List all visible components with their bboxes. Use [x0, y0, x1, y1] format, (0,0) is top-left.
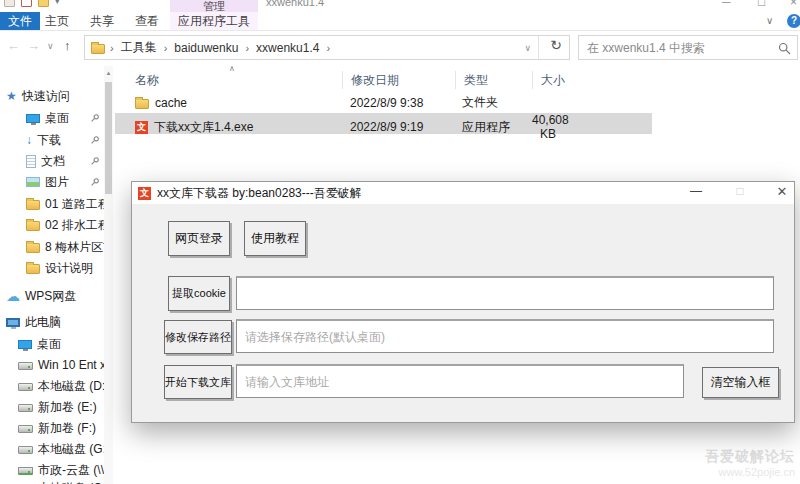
search-icon[interactable]	[778, 42, 791, 55]
folder-icon	[26, 200, 40, 210]
scroll-up-icon[interactable]: ▴	[104, 69, 113, 77]
column-header-size[interactable]: 大小	[532, 71, 652, 89]
tab-home[interactable]: 主页	[38, 12, 76, 30]
breadcrumb-item[interactable]: baiduwenku	[172, 41, 240, 55]
column-header-date[interactable]: 修改日期	[342, 71, 455, 89]
breadcrumb-item[interactable]: xxwenku1.4	[254, 41, 321, 55]
window-maximize-button[interactable]: □	[758, 0, 765, 9]
refresh-icon[interactable]: ↻	[550, 37, 562, 53]
tab-view[interactable]: 查看	[128, 12, 166, 30]
breadcrumb-folder-icon	[91, 44, 105, 54]
sidebar-item-folder[interactable]: 02 排水工程	[0, 215, 104, 235]
qat-folder-icon[interactable]	[38, 0, 49, 7]
qat-new-folder-icon[interactable]	[21, 0, 32, 7]
sidebar-item-network-drive[interactable]: 市政-云盘 (\\192	[0, 460, 104, 480]
sidebar-item-this-pc[interactable]: 此电脑	[0, 312, 104, 332]
sidebar-item-drive-partial[interactable]: 本地磁盘 (C:)	[0, 478, 104, 484]
dialog-close-button[interactable]: ✕	[770, 184, 794, 199]
address-separator	[538, 36, 539, 59]
ribbon-collapse-icon[interactable]: ∨	[766, 15, 773, 26]
explorer-titlebar: ▾ 管理 xxwenku1.4 ─ □ ×	[0, 0, 800, 12]
sidebar-label: 新加卷 (E:)	[38, 399, 97, 416]
dialog-titlebar[interactable]: 文 xx文库下载器 by:bean0283---吾爱破解 — □ ✕	[132, 182, 794, 204]
search-box	[578, 35, 798, 60]
column-header-type[interactable]: 类型	[455, 71, 532, 89]
sort-ascending-icon: ∧	[229, 64, 235, 73]
drive-icon	[18, 362, 33, 370]
sidebar-item-desktop[interactable]: 桌面	[0, 334, 104, 354]
sidebar-item-folder[interactable]: 8 梅林片区市政	[0, 237, 104, 257]
sidebar-label: 新加卷 (F:)	[38, 420, 96, 437]
sidebar-label: 8 梅林片区市政	[45, 239, 104, 256]
sidebar-label: 本地磁盘 (C:)	[38, 480, 104, 484]
computer-icon	[6, 318, 20, 327]
tab-application-tools[interactable]: 应用程序工具	[170, 12, 258, 30]
file-row-exe[interactable]: 文 下载xx文库1.4.exe 2022/8/9 9:19 应用程序 40,60…	[115, 113, 652, 134]
sidebar-label: 市政-云盘 (\\192	[38, 462, 104, 479]
pin-icon	[90, 113, 100, 123]
clear-input-button[interactable]: 清空输入框	[702, 367, 779, 398]
wenku-exe-icon: 文	[135, 121, 148, 134]
sidebar-item-pictures[interactable]: 图片	[0, 172, 104, 192]
sidebar-item-desktop[interactable]: 桌面	[0, 108, 104, 128]
file-list-header: 名称 修改日期 类型 大小	[115, 68, 652, 92]
modify-save-path-button[interactable]: 修改保存路径	[164, 320, 232, 354]
folder-icon	[26, 221, 40, 231]
scrollbar-thumb[interactable]	[105, 82, 112, 194]
back-button[interactable]: ←	[7, 38, 20, 53]
sidebar-item-drive-e[interactable]: 新加卷 (E:)	[0, 397, 104, 417]
search-input[interactable]	[579, 36, 769, 59]
sidebar-label: 下载	[37, 132, 61, 149]
sidebar-label: 本地磁盘 (G:)	[38, 441, 104, 458]
up-button[interactable]: ↑	[64, 38, 71, 53]
address-dropdown-icon[interactable]: ∨	[524, 43, 531, 53]
sidebar-item-drive-f[interactable]: 新加卷 (F:)	[0, 418, 104, 438]
sidebar-label: 桌面	[37, 336, 61, 353]
web-login-button[interactable]: 网页登录	[168, 221, 230, 256]
file-row-cache[interactable]: cache 2022/8/9 9:38 文件夹	[115, 92, 652, 113]
desktop-icon	[26, 114, 40, 123]
window-close-button[interactable]: ×	[790, 0, 797, 9]
sidebar-item-drive-c[interactable]: Win 10 Ent x64	[0, 355, 104, 375]
ribbon-manage-group[interactable]: 管理	[170, 0, 258, 12]
column-header-name[interactable]: 名称	[115, 71, 342, 89]
sidebar-scrollbar[interactable]: ▴	[104, 66, 113, 484]
drive-icon	[18, 404, 33, 412]
address-bar[interactable]: › 工具集 › baiduwenku › xxwenku1.4 › ∨ ↻	[84, 35, 570, 60]
extract-cookie-button[interactable]: 提取cookie	[168, 276, 230, 311]
dialog-minimize-button[interactable]: —	[684, 184, 708, 198]
forward-button[interactable]: →	[27, 38, 40, 53]
sidebar-item-drive-g[interactable]: 本地磁盘 (G:)	[0, 439, 104, 459]
downloader-dialog: 文 xx文库下载器 by:bean0283---吾爱破解 — □ ✕ 网页登录 …	[131, 181, 795, 423]
sidebar-label: 快速访问	[22, 88, 70, 105]
document-icon	[26, 155, 36, 168]
start-download-button[interactable]: 开始下载文库	[164, 365, 232, 399]
download-icon: ↓	[26, 134, 32, 146]
sidebar-item-quick-access[interactable]: ★ 快速访问	[0, 86, 104, 106]
sidebar-item-documents[interactable]: 文档	[0, 151, 104, 171]
sidebar-item-wps-cloud[interactable]: ☁ WPS网盘	[0, 286, 104, 306]
cookie-input[interactable]	[236, 276, 774, 310]
qat-dropdown-icon[interactable]: ▾	[55, 0, 66, 7]
doc-url-input[interactable]	[236, 364, 684, 398]
ribbon-tabs: 文件 主页 共享 查看 应用程序工具 ∨ ?	[0, 12, 800, 31]
sidebar-item-folder[interactable]: 设计说明	[0, 258, 104, 278]
breadcrumb-item[interactable]: 工具集	[119, 39, 159, 56]
sidebar-label: 图片	[45, 174, 69, 191]
watermark: 吾爱破解论坛 www.52pojie.cn	[705, 448, 795, 478]
sidebar-label: 01 道路工程	[45, 196, 104, 213]
sidebar-label: 此电脑	[25, 314, 61, 331]
help-icon[interactable]: ?	[787, 14, 800, 28]
tab-share[interactable]: 共享	[84, 12, 120, 30]
breadcrumb-chevron-icon: ›	[240, 42, 254, 54]
window-minimize-button[interactable]: ─	[722, 0, 731, 9]
tutorial-button[interactable]: 使用教程	[244, 221, 306, 256]
qat-properties-icon[interactable]	[4, 0, 15, 7]
sidebar-item-folder[interactable]: 01 道路工程	[0, 194, 104, 214]
tab-file[interactable]: 文件	[0, 12, 40, 30]
recent-locations-icon[interactable]: ∨	[47, 41, 54, 51]
sidebar-item-downloads[interactable]: ↓ 下载	[0, 130, 104, 150]
save-path-input[interactable]	[236, 319, 774, 353]
sidebar-item-drive-d[interactable]: 本地磁盘 (D:)	[0, 376, 104, 396]
file-name: cache	[155, 96, 187, 110]
